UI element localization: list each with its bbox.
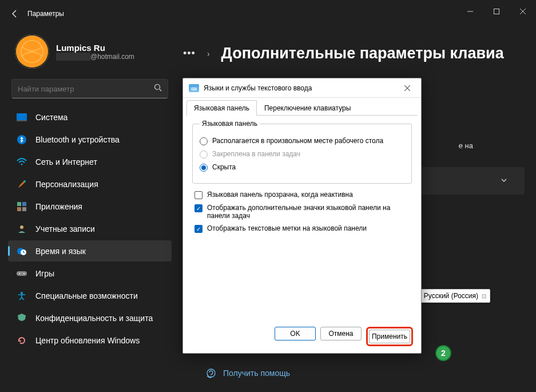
svg-point-14	[20, 225, 23, 229]
search-input[interactable]	[18, 85, 154, 93]
sidebar-item-update[interactable]: Центр обновления Windows	[8, 330, 172, 351]
grip-icon-2: ⊡	[482, 293, 485, 299]
nav-list: Система Bluetooth и устройства Сеть и Ин…	[8, 106, 172, 351]
sidebar-item-bluetooth[interactable]: Bluetooth и устройства	[8, 129, 172, 150]
accessibility-icon	[16, 290, 27, 302]
settings-window: Параметры Lumpics Ru	[0, 0, 536, 392]
svg-rect-1	[494, 9, 499, 14]
dialog-close-button[interactable]	[399, 81, 415, 95]
chevron-right-icon: ›	[207, 49, 210, 58]
sidebar-item-apps[interactable]: Приложения	[8, 196, 172, 217]
profile-name: Lumpics Ru	[56, 43, 134, 53]
svg-point-8	[21, 163, 23, 165]
sidebar-item-accounts[interactable]: Учетные записи	[8, 218, 172, 239]
sidebar-item-network[interactable]: Сеть и Интернет	[8, 151, 172, 172]
svg-point-9	[23, 180, 26, 183]
clock-globe-icon	[16, 246, 27, 257]
check-transparent[interactable]: Языковая панель прозрачна, когда неактив…	[194, 191, 410, 199]
group-label: Языковая панель	[200, 120, 260, 128]
update-icon	[16, 335, 27, 346]
svg-rect-13	[22, 207, 26, 211]
keyboard-globe-icon: ⌨	[189, 84, 199, 92]
svg-rect-5	[17, 113, 27, 120]
search-icon	[154, 84, 162, 94]
ok-button[interactable]: OK	[275, 327, 316, 340]
chevron-down-icon	[501, 176, 507, 186]
language-bar-group: Языковая панель Располагается в произвол…	[192, 124, 412, 184]
svg-point-19	[23, 273, 25, 274]
svg-rect-10	[17, 202, 21, 206]
dialog-title: Языки и службы текстового ввода	[204, 84, 399, 92]
minimize-button[interactable]	[457, 0, 483, 23]
svg-line-4	[160, 89, 161, 91]
sidebar-item-accessibility[interactable]: Специальные возможности	[8, 285, 172, 306]
svg-point-18	[19, 273, 20, 274]
shield-icon	[16, 312, 27, 324]
profile-email: @hotmail.com	[90, 53, 134, 61]
gamepad-icon	[16, 268, 27, 279]
radio-docked: Закреплена в панели задач	[200, 150, 404, 159]
sidebar: Lumpics Ru xxxxxxxxxx@hotmail.com Систем…	[0, 27, 177, 392]
svg-point-2	[20, 39, 44, 64]
dialog-titlebar: ⌨ Языки и службы текстового ввода	[183, 78, 421, 98]
help-icon	[206, 368, 216, 378]
radio-floating[interactable]: Располагается в произвольном месте рабоч…	[200, 137, 404, 145]
maximize-button[interactable]	[483, 0, 510, 23]
window-title: Параметры	[27, 10, 64, 18]
search-box[interactable]	[11, 79, 168, 98]
breadcrumb: ••• › Дополнительные параметры клавиа	[183, 45, 525, 62]
svg-point-3	[155, 85, 160, 90]
check-extra-icons[interactable]: ✓Отображать дополнительные значки языков…	[194, 204, 410, 220]
step-badge: 2	[435, 345, 451, 361]
close-button[interactable]	[510, 0, 536, 23]
back-button[interactable]	[5, 3, 25, 24]
sidebar-item-system[interactable]: Система	[8, 106, 172, 128]
window-controls	[457, 0, 536, 23]
cancel-button[interactable]: Отмена	[320, 327, 362, 340]
person-icon	[16, 223, 27, 235]
sidebar-item-time-language[interactable]: Время и язык	[8, 240, 172, 262]
system-icon	[16, 112, 27, 123]
sidebar-item-gaming[interactable]: Игры	[8, 263, 172, 284]
apply-button-highlight: Применить	[366, 327, 413, 346]
titlebar: Параметры	[0, 0, 536, 27]
dialog-buttons: OK Отмена Применить	[275, 327, 413, 346]
sidebar-item-privacy[interactable]: Конфиденциальность и защита	[8, 307, 172, 328]
profile-block[interactable]: Lumpics Ru xxxxxxxxxx@hotmail.com	[15, 34, 168, 69]
wifi-icon	[16, 156, 27, 168]
breadcrumb-overflow[interactable]: •••	[183, 47, 196, 60]
svg-point-22	[211, 375, 212, 377]
svg-rect-11	[22, 202, 26, 206]
avatar	[15, 34, 49, 69]
check-text-labels[interactable]: ✓Отображать текстовые метки на языковой …	[194, 224, 410, 233]
svg-rect-12	[17, 207, 21, 211]
languages-dialog: ⌨ Языки и службы текстового ввода Языков…	[182, 78, 422, 354]
page-title: Дополнительные параметры клавиа	[221, 45, 504, 62]
tab-language-bar[interactable]: Языковая панель	[186, 100, 257, 116]
svg-rect-17	[17, 271, 27, 276]
apply-button[interactable]: Применить	[369, 330, 410, 343]
svg-point-20	[21, 292, 23, 294]
tab-keyboard-switch[interactable]: Переключение клавиатуры	[257, 100, 358, 116]
brush-icon	[16, 179, 27, 190]
apps-icon	[16, 201, 27, 212]
sidebar-item-personalization[interactable]: Персонализация	[8, 173, 172, 195]
svg-rect-6	[17, 120, 27, 121]
help-link[interactable]: Получить помощь	[206, 368, 290, 378]
bluetooth-icon	[16, 134, 27, 145]
dialog-tabs: Языковая панель Переключение клавиатуры	[183, 98, 421, 116]
radio-hidden[interactable]: Скрыта	[200, 163, 404, 172]
